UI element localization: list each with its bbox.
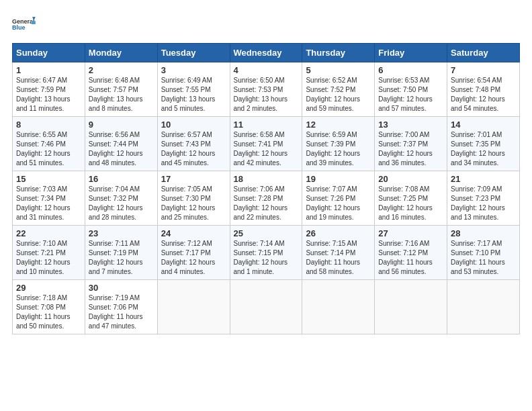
calendar-week-row: 1 Sunrise: 6:47 AM Sunset: 7:59 PM Dayli… [13,62,520,117]
day-number: 14 [451,120,516,130]
day-number: 21 [451,174,516,184]
calendar-cell [230,280,302,334]
day-number: 13 [378,120,443,130]
calendar-cell: 6 Sunrise: 6:53 AM Sunset: 7:50 PM Dayli… [375,62,447,117]
cell-text: Sunrise: 6:50 AM Sunset: 7:53 PM Dayligh… [234,76,299,113]
cell-text: Sunrise: 6:58 AM Sunset: 7:41 PM Dayligh… [234,130,299,168]
cell-text: Sunrise: 6:49 AM Sunset: 7:55 PM Dayligh… [161,76,226,113]
cell-text: Sunrise: 6:53 AM Sunset: 7:50 PM Dayligh… [378,76,443,113]
calendar-cell: 16 Sunrise: 7:04 AM Sunset: 7:32 PM Dayl… [85,171,157,226]
day-number: 28 [451,228,516,238]
calendar-header-row: SundayMondayTuesdayWednesdayThursdayFrid… [13,44,520,62]
calendar-cell: 19 Sunrise: 7:07 AM Sunset: 7:26 PM Dayl… [302,171,375,226]
cell-text: Sunrise: 7:00 AM Sunset: 7:37 PM Dayligh… [378,130,443,168]
cell-text: Sunrise: 7:07 AM Sunset: 7:26 PM Dayligh… [306,185,371,222]
calendar-cell: 11 Sunrise: 6:58 AM Sunset: 7:41 PM Dayl… [230,117,302,171]
day-number: 12 [306,120,371,130]
calendar-day-header: Wednesday [230,44,302,62]
svg-marker-3 [32,21,36,24]
calendar-cell: 24 Sunrise: 7:12 AM Sunset: 7:17 PM Dayl… [157,226,230,280]
calendar-cell: 17 Sunrise: 7:05 AM Sunset: 7:30 PM Dayl… [157,171,230,226]
cell-text: Sunrise: 6:55 AM Sunset: 7:46 PM Dayligh… [16,130,81,168]
day-number: 8 [16,120,81,130]
day-number: 15 [16,174,81,184]
cell-text: Sunrise: 7:12 AM Sunset: 7:17 PM Dayligh… [161,239,226,277]
calendar-cell: 4 Sunrise: 6:50 AM Sunset: 7:53 PM Dayli… [230,62,302,117]
cell-text: Sunrise: 7:08 AM Sunset: 7:25 PM Dayligh… [378,185,443,222]
calendar-cell: 10 Sunrise: 6:57 AM Sunset: 7:43 PM Dayl… [157,117,230,171]
calendar-cell: 8 Sunrise: 6:55 AM Sunset: 7:46 PM Dayli… [13,117,85,171]
svg-text:Blue: Blue [12,24,26,31]
calendar-cell [375,280,447,334]
calendar-day-header: Monday [85,44,157,62]
day-number: 10 [161,120,226,130]
day-number: 19 [306,174,371,184]
day-number: 6 [378,65,443,75]
day-number: 23 [89,228,154,238]
cell-text: Sunrise: 7:04 AM Sunset: 7:32 PM Dayligh… [89,185,154,222]
cell-text: Sunrise: 7:10 AM Sunset: 7:21 PM Dayligh… [16,239,81,277]
calendar-day-header: Saturday [447,44,520,62]
day-number: 2 [89,65,154,75]
cell-text: Sunrise: 6:47 AM Sunset: 7:59 PM Dayligh… [16,76,81,113]
cell-text: Sunrise: 7:19 AM Sunset: 7:06 PM Dayligh… [89,293,154,331]
calendar-cell [302,280,375,334]
calendar-cell: 25 Sunrise: 7:14 AM Sunset: 7:15 PM Dayl… [230,226,302,280]
calendar-week-row: 8 Sunrise: 6:55 AM Sunset: 7:46 PM Dayli… [13,117,520,171]
day-number: 29 [16,283,81,293]
cell-text: Sunrise: 6:52 AM Sunset: 7:52 PM Dayligh… [306,76,371,113]
day-number: 3 [161,65,226,75]
cell-text: Sunrise: 6:56 AM Sunset: 7:44 PM Dayligh… [89,130,154,168]
calendar-week-row: 22 Sunrise: 7:10 AM Sunset: 7:21 PM Dayl… [13,226,520,280]
logo-svg: General Blue [12,12,36,36]
calendar-cell [157,280,230,334]
day-number: 11 [234,120,299,130]
cell-text: Sunrise: 6:48 AM Sunset: 7:57 PM Dayligh… [89,76,154,113]
calendar-cell: 9 Sunrise: 6:56 AM Sunset: 7:44 PM Dayli… [85,117,157,171]
day-number: 7 [451,65,516,75]
day-number: 30 [89,283,154,293]
cell-text: Sunrise: 7:15 AM Sunset: 7:14 PM Dayligh… [306,239,371,277]
day-number: 18 [234,174,299,184]
cell-text: Sunrise: 7:03 AM Sunset: 7:34 PM Dayligh… [16,185,81,222]
calendar: SundayMondayTuesdayWednesdayThursdayFrid… [12,43,520,334]
calendar-day-header: Sunday [13,44,85,62]
calendar-week-row: 29 Sunrise: 7:18 AM Sunset: 7:08 PM Dayl… [13,280,520,334]
calendar-cell [447,280,520,334]
calendar-week-row: 15 Sunrise: 7:03 AM Sunset: 7:34 PM Dayl… [13,171,520,226]
cell-text: Sunrise: 7:09 AM Sunset: 7:23 PM Dayligh… [451,185,516,222]
calendar-cell: 3 Sunrise: 6:49 AM Sunset: 7:55 PM Dayli… [157,62,230,117]
day-number: 27 [378,228,443,238]
calendar-cell: 22 Sunrise: 7:10 AM Sunset: 7:21 PM Dayl… [13,226,85,280]
calendar-cell: 1 Sunrise: 6:47 AM Sunset: 7:59 PM Dayli… [13,62,85,117]
header: General Blue [12,12,520,36]
cell-text: Sunrise: 6:54 AM Sunset: 7:48 PM Dayligh… [451,76,516,113]
cell-text: Sunrise: 6:57 AM Sunset: 7:43 PM Dayligh… [161,130,226,168]
cell-text: Sunrise: 7:06 AM Sunset: 7:28 PM Dayligh… [234,185,299,222]
calendar-cell: 7 Sunrise: 6:54 AM Sunset: 7:48 PM Dayli… [447,62,520,117]
calendar-cell: 13 Sunrise: 7:00 AM Sunset: 7:37 PM Dayl… [375,117,447,171]
calendar-cell: 29 Sunrise: 7:18 AM Sunset: 7:08 PM Dayl… [13,280,85,334]
day-number: 25 [234,228,299,238]
day-number: 5 [306,65,371,75]
calendar-cell: 15 Sunrise: 7:03 AM Sunset: 7:34 PM Dayl… [13,171,85,226]
cell-text: Sunrise: 7:05 AM Sunset: 7:30 PM Dayligh… [161,185,226,222]
svg-text:General: General [12,18,35,25]
day-number: 17 [161,174,226,184]
calendar-cell: 12 Sunrise: 6:59 AM Sunset: 7:39 PM Dayl… [302,117,375,171]
calendar-cell: 2 Sunrise: 6:48 AM Sunset: 7:57 PM Dayli… [85,62,157,117]
cell-text: Sunrise: 7:17 AM Sunset: 7:10 PM Dayligh… [451,239,516,277]
cell-text: Sunrise: 7:16 AM Sunset: 7:12 PM Dayligh… [378,239,443,277]
day-number: 1 [16,65,81,75]
day-number: 16 [89,174,154,184]
calendar-day-header: Tuesday [157,44,230,62]
day-number: 9 [89,120,154,130]
day-number: 20 [378,174,443,184]
day-number: 4 [234,65,299,75]
day-number: 22 [16,228,81,238]
calendar-cell: 27 Sunrise: 7:16 AM Sunset: 7:12 PM Dayl… [375,226,447,280]
day-number: 26 [306,228,371,238]
calendar-cell: 23 Sunrise: 7:11 AM Sunset: 7:19 PM Dayl… [85,226,157,280]
calendar-cell: 20 Sunrise: 7:08 AM Sunset: 7:25 PM Dayl… [375,171,447,226]
calendar-cell: 26 Sunrise: 7:15 AM Sunset: 7:14 PM Dayl… [302,226,375,280]
